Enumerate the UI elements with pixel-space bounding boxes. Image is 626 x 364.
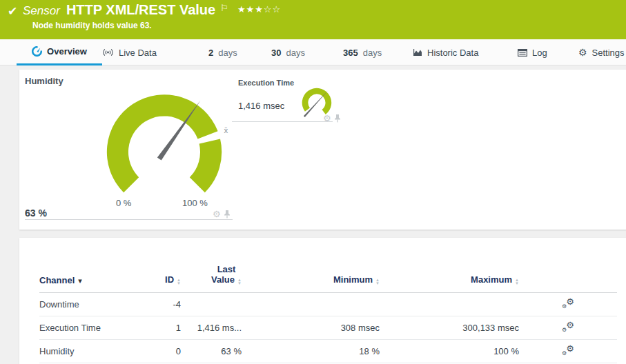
tab-historic-data[interactable]: Historic Data [413,39,478,65]
column-header-channel[interactable]: Channel▾ [39,275,161,285]
channel-maximum: 300,133 msec [380,323,519,333]
tab-live-data[interactable]: Live Data [102,39,157,65]
channel-settings-icon[interactable]: ⚙⚙ [562,345,574,356]
tab-number: 30 [271,48,281,58]
sensor-status-header: ✔ Sensor HTTP XML/REST Value ⚐ ★★★☆☆ Nod… [0,0,626,39]
channels-table-panel: Channel▾ ID▲▼ Last Value▲▼ Minimum▲▼ Max… [19,238,626,364]
sensor-kind-label: Sensor [23,4,60,18]
channel-name: Downtime [39,299,161,310]
column-label: Minimum [333,274,373,285]
humidity-current-value: 63 % [25,208,47,219]
tab-30-days[interactable]: 30 days [271,39,305,65]
channels-table: Channel▾ ID▲▼ Last Value▲▼ Minimum▲▼ Max… [39,257,617,363]
tab-overview[interactable]: Overview [17,39,102,65]
sort-active-icon: ▾ [78,276,82,285]
tab-365-days[interactable]: 365 days [343,39,382,65]
channel-settings-icon[interactable]: ⚙⚙ [562,321,574,332]
tab-label: Historic Data [427,48,478,58]
channel-last-value: 63 % [181,346,242,356]
humidity-widget-tools: ⚙ [213,210,231,219]
mean-marker-label: x̄ [224,126,228,134]
execution-time-gauge-title: Execution Time [238,79,294,87]
gauges-panel: Humidity x̄ 0 % 100 % 63 % ⚙ Execution T… [19,70,626,230]
tab-number: 2 [208,48,213,58]
channel-id: 1 [161,323,181,333]
table-row-execution-time[interactable]: Execution Time 1 1,416 ms... 308 msec 30… [39,316,617,340]
sensor-status-message: Node humidity holds value 63. [32,21,152,30]
sort-icon: ▲▼ [515,279,519,285]
column-header-last-value[interactable]: Last Value▲▼ [181,264,242,285]
log-list-icon [518,49,527,57]
tab-label: days [218,48,237,58]
channels-table-header: Channel▾ ID▲▼ Last Value▲▼ Minimum▲▼ Max… [39,257,617,293]
humidity-gauge-max-label: 100 % [182,198,208,208]
channel-minimum: 308 msec [242,323,380,333]
column-label: Value [211,274,235,285]
column-header-minimum[interactable]: Minimum▲▼ [242,274,380,285]
humidity-gauge-min-label: 0 % [116,198,131,208]
humidity-gauge: x̄ [92,74,236,218]
channel-name: Humidity [39,346,161,356]
channel-name: Execution Time [39,323,161,333]
channel-minimum: 18 % [242,346,380,356]
tab-label: days [286,48,304,58]
channel-id: -4 [161,299,181,310]
table-row-humidity[interactable]: Humidity 0 63 % 18 % 100 % ⚙⚙ [39,340,617,363]
column-label: Maximum [471,274,512,285]
sensor-title-row: Sensor HTTP XML/REST Value ⚐ ★★★☆☆ [23,2,281,18]
area-chart-icon [413,48,422,57]
gear-icon[interactable]: ⚙ [213,210,221,219]
humidity-widget-divider [25,219,233,220]
pin-icon[interactable] [224,210,231,219]
column-header-maximum[interactable]: Maximum▲▼ [380,274,519,285]
priority-stars[interactable]: ★★★☆☆ [237,4,281,14]
gauge-icon [32,46,42,57]
channel-settings-icon[interactable]: ⚙⚙ [562,298,574,309]
column-label: ID [165,274,174,285]
gear-icon: ⚙ [578,48,587,57]
pin-icon[interactable] [334,114,341,123]
channel-id: 0 [161,346,181,356]
priority-flag-icon[interactable]: ⚐ [220,3,228,13]
table-row-downtime[interactable]: Downtime -4 ⚙⚙ [39,293,617,316]
column-header-id[interactable]: ID▲▼ [161,274,181,285]
tab-2-days[interactable]: 2 days [208,39,237,65]
tab-settings[interactable]: ⚙ Settings [578,39,625,65]
channel-last-value: 1,416 ms... [181,323,242,333]
tab-bar: Overview Live Data 2 days 30 days 365 da… [0,39,626,65]
tab-label: Log [532,48,547,58]
column-label: Channel [39,275,75,285]
tab-log[interactable]: Log [518,39,547,65]
tab-label: Overview [47,46,87,57]
live-data-icon [102,48,114,57]
tab-number: 365 [343,48,358,58]
column-label: Last [217,264,236,274]
sensor-title: HTTP XML/REST Value [66,2,215,18]
tab-label: days [363,48,382,58]
tab-label: Settings [592,48,625,58]
tab-label: Live Data [119,48,157,58]
channel-maximum: 100 % [380,346,519,356]
execution-time-widget-divider [232,121,333,122]
humidity-gauge-title: Humidity [25,76,63,86]
execution-time-current-value: 1,416 msec [238,101,284,111]
status-ok-check-icon: ✔ [8,4,17,19]
